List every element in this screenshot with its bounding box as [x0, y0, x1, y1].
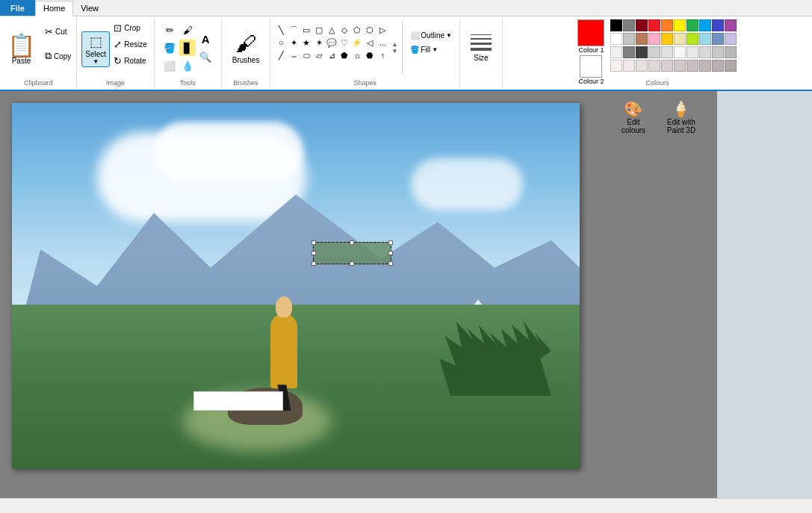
- text-tool[interactable]: A: [197, 31, 214, 47]
- swatch-r3-6[interactable]: [674, 46, 686, 58]
- handle-mid-right[interactable]: [388, 251, 393, 255]
- shapes-scroll[interactable]: ▲ ▼: [391, 42, 397, 55]
- fill-tool[interactable]: 🪣: [161, 40, 178, 56]
- swatch-r4-3[interactable]: [636, 60, 648, 72]
- color-picker-tool[interactable]: 💧: [179, 57, 196, 74]
- eraser-tool[interactable]: ⬜: [161, 57, 178, 74]
- size-button[interactable]: Size: [465, 31, 498, 65]
- shape-6point[interactable]: ✶: [313, 37, 325, 49]
- swatch-blue[interactable]: [712, 19, 724, 31]
- menu-home[interactable]: Home: [35, 1, 73, 16]
- swatch-darkred[interactable]: [636, 19, 648, 31]
- shape-r3[interactable]: ╱: [275, 49, 287, 61]
- swatch-r4-6[interactable]: [674, 60, 686, 72]
- colour1-swatch[interactable]: [577, 19, 604, 46]
- shape-r3g[interactable]: ⌂: [351, 49, 363, 61]
- swatch-r4-8[interactable]: [699, 60, 711, 72]
- select-dropdown-icon[interactable]: ▼: [93, 58, 99, 65]
- swatch-pink[interactable]: [648, 33, 660, 45]
- brush-tool[interactable]: 🖌: [179, 22, 196, 38]
- swatch-yellow[interactable]: [674, 19, 686, 31]
- crop-button[interactable]: ⊡ Crop: [111, 22, 149, 34]
- swatch-r4-10[interactable]: [725, 60, 737, 72]
- shape-r3d[interactable]: ▱: [313, 49, 325, 61]
- outline-button[interactable]: ⬜ Outline ▼: [407, 30, 455, 41]
- shape-ellipse[interactable]: ○: [275, 37, 287, 49]
- swatch-lime[interactable]: [687, 33, 698, 45]
- handle-bottom-mid[interactable]: [350, 261, 354, 266]
- paste-button[interactable]: 📋 Paste: [3, 33, 40, 66]
- rotate-button[interactable]: ↻ Rotate: [111, 55, 149, 67]
- shape-roundrect[interactable]: ▢: [313, 24, 325, 36]
- shape-triangle[interactable]: △: [326, 24, 338, 36]
- shape-diamond[interactable]: ◇: [338, 24, 350, 36]
- highlight-tool[interactable]: ▊: [179, 40, 196, 56]
- swatch-r3-3[interactable]: [636, 46, 648, 58]
- handle-bottom-left[interactable]: [312, 261, 316, 266]
- swatch-r3-1[interactable]: [610, 46, 622, 58]
- shape-4point[interactable]: ✦: [288, 37, 300, 49]
- brushes-button[interactable]: 🖌 Brushes: [226, 28, 266, 67]
- shapes-scroll-up[interactable]: ▲: [391, 42, 397, 48]
- outline-dropdown[interactable]: ▼: [446, 32, 452, 39]
- floating-selection[interactable]: [313, 242, 391, 264]
- swatch-r3-9[interactable]: [712, 46, 724, 58]
- shape-pentagon[interactable]: ⬠: [351, 24, 363, 36]
- shape-arrow-ud[interactable]: ↑: [376, 49, 388, 61]
- shape-hexagon[interactable]: ⬡: [364, 24, 376, 36]
- swatch-r4-1[interactable]: [610, 60, 622, 72]
- pencil-tool[interactable]: ✏: [161, 22, 178, 38]
- swatch-r3-10[interactable]: [725, 46, 737, 58]
- magnifier-tool[interactable]: 🔍: [197, 49, 214, 65]
- select-button[interactable]: ⬚ Select ▼: [81, 31, 110, 67]
- canvas-image[interactable]: [12, 103, 580, 469]
- swatch-r4-9[interactable]: [712, 60, 724, 72]
- swatch-white[interactable]: [610, 33, 622, 45]
- shape-5point[interactable]: ★: [300, 37, 312, 49]
- shape-callout[interactable]: 💬: [326, 37, 338, 49]
- swatch-r3-8[interactable]: [699, 46, 711, 58]
- swatch-r4-4[interactable]: [648, 60, 660, 72]
- fill-button[interactable]: 🪣 Fill ▼: [407, 44, 455, 55]
- fill-dropdown[interactable]: ▼: [432, 46, 438, 53]
- swatch-cream[interactable]: [674, 33, 686, 45]
- swatch-skyblue[interactable]: [699, 33, 711, 45]
- swatch-red[interactable]: [648, 19, 660, 31]
- swatch-lightblue[interactable]: [699, 19, 711, 31]
- shape-curve[interactable]: ⌒: [288, 24, 300, 36]
- colour2-swatch[interactable]: [580, 55, 602, 78]
- swatch-r3-4[interactable]: [648, 46, 660, 58]
- shape-more[interactable]: ...: [376, 37, 388, 49]
- cut-button[interactable]: ✂ Cut: [43, 25, 73, 38]
- shape-r3h[interactable]: ⬣: [364, 49, 376, 61]
- menu-view[interactable]: View: [73, 0, 106, 16]
- swatch-purple[interactable]: [725, 19, 737, 31]
- swatch-brown[interactable]: [636, 33, 648, 45]
- swatch-orange[interactable]: [661, 19, 673, 31]
- shape-heart[interactable]: ♡: [338, 37, 350, 49]
- copy-button[interactable]: ⧉ Copy: [43, 49, 73, 63]
- handle-top-mid[interactable]: [350, 240, 354, 245]
- shape-rect[interactable]: ▭: [300, 24, 312, 36]
- swatch-steelblue[interactable]: [712, 33, 724, 45]
- swatch-lightgray[interactable]: [623, 33, 635, 45]
- colour1-box[interactable]: Colour 1: [577, 19, 604, 54]
- swatch-gray[interactable]: [623, 19, 635, 31]
- shape-r3e[interactable]: ⊿: [326, 49, 338, 61]
- swatch-r3-5[interactable]: [661, 46, 673, 58]
- handle-mid-left[interactable]: [312, 251, 316, 255]
- swatch-r4-2[interactable]: [623, 60, 635, 72]
- canvas-workspace[interactable]: [0, 91, 717, 498]
- resize-button[interactable]: ⤢ Resize: [111, 38, 149, 51]
- swatch-gold[interactable]: [661, 33, 673, 45]
- handle-top-right[interactable]: [388, 240, 393, 245]
- swatch-r3-7[interactable]: [687, 46, 698, 58]
- swatch-r4-7[interactable]: [687, 60, 698, 72]
- swatch-black[interactable]: [610, 19, 622, 31]
- shape-r3c[interactable]: ⬭: [300, 49, 312, 61]
- swatch-r3-2[interactable]: [623, 46, 635, 58]
- handle-bottom-right[interactable]: [388, 261, 393, 266]
- shape-arrow-l[interactable]: ◁: [364, 37, 376, 49]
- swatch-lavender[interactable]: [725, 33, 737, 45]
- shape-lightning[interactable]: ⚡: [351, 37, 363, 49]
